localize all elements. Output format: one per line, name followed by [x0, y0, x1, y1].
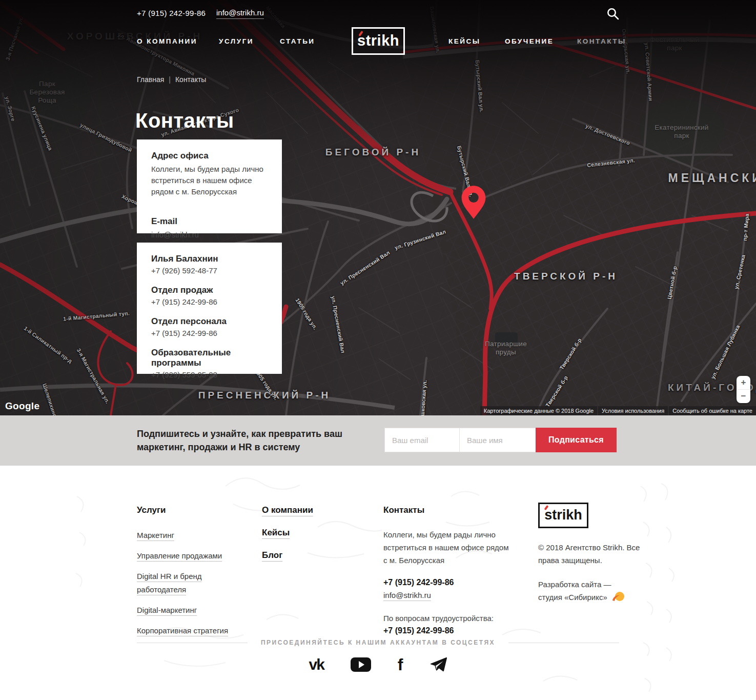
nav-item[interactable]: ОБУЧЕНИЕ: [505, 37, 554, 45]
footer-about-column: О компанииКейсыБлог: [262, 505, 313, 573]
map-attribution: Картографические данные © 2018 GoogleУсл…: [479, 406, 756, 415]
contact-phone: +7 (926) 592-48-77: [151, 266, 268, 275]
footer-link-row: Корпоративная стратегия: [137, 624, 229, 637]
social-heading: ПРИСОЕДИНЯЙТЕСЬ К НАШИМ АККАУНТАМ В СОЦС…: [261, 639, 495, 646]
footer-link-row: Digital HR и бренд работодателя: [137, 570, 229, 596]
footer-link-row: Маркетинг: [137, 529, 229, 542]
map-zoom-control: + −: [737, 376, 750, 403]
footer-services-column: Услуги МаркетингУправление продажамиDigi…: [137, 505, 229, 645]
nav-item[interactable]: КЕЙСЫ: [448, 37, 480, 45]
zoom-out-button[interactable]: −: [737, 389, 750, 403]
footer-developer: Разработка сайта — студия «Сибирикс»: [538, 578, 651, 606]
map-attribution-link[interactable]: Сообщить об ошибке на карте: [669, 406, 756, 415]
nav-item[interactable]: СТАТЬИ: [280, 37, 315, 45]
subscribe-button[interactable]: Подписаться: [536, 428, 617, 452]
logo-text: strikh: [357, 32, 399, 49]
address-card: Адрес офиса Коллеги, мы будем рады лично…: [137, 139, 282, 233]
header-phone: +7 (915) 242-99-86: [137, 9, 206, 17]
footer-hr-phone: +7 (915) 242-99-86: [383, 626, 514, 635]
footer-phone: +7 (915) 242-99-86: [383, 578, 514, 587]
footer-link[interactable]: Маркетинг: [137, 531, 174, 539]
email-heading: E-mail: [151, 216, 268, 227]
footer-link[interactable]: Digital-маркетинг: [137, 606, 197, 614]
footer-contacts-text: Коллеги, мы будем рады лично встретиться…: [383, 528, 514, 567]
breadcrumb: Главная|Контакты: [137, 75, 206, 84]
subscribe-text: Подпишитесь и узнайте, как превратить ва…: [137, 427, 347, 454]
nav-item[interactable]: КОНТАКТЫ: [577, 37, 626, 45]
telegram-icon[interactable]: [430, 655, 447, 674]
nav-item[interactable]: УСЛУГИ: [219, 37, 254, 45]
breadcrumb-item[interactable]: Главная: [137, 75, 164, 84]
phone-entry: Отдел продаж+7 (915) 242-99-86: [151, 285, 268, 306]
page-title: Контакты: [135, 109, 234, 132]
breadcrumb-item: Контакты: [175, 75, 206, 84]
facebook-icon[interactable]: f: [398, 655, 403, 674]
phone-entry: Образовательные программы+7 (929) 559-05…: [151, 348, 268, 379]
contacts-page: ХОРОШЕВСКИЙ Р-НБЕГОВОЙ Р-НМЕЩАНСКИЙТВЕРС…: [0, 0, 756, 700]
facebook-glyph: f: [398, 656, 403, 673]
address-heading: Адрес офиса: [151, 151, 268, 161]
subscribe-email-input[interactable]: [384, 428, 459, 452]
google-logo[interactable]: Google: [5, 401, 39, 412]
nav-item[interactable]: О КОМПАНИИ: [137, 37, 197, 45]
footer-link[interactable]: Digital HR и бренд работодателя: [137, 572, 202, 594]
logo[interactable]: strikh: [352, 27, 405, 55]
youtube-icon[interactable]: [351, 655, 371, 674]
map-pin-icon: [460, 185, 487, 220]
footer-services-heading: Услуги: [137, 505, 229, 515]
map-roads: [0, 0, 756, 415]
contact-phone: +7 (915) 242-99-86: [151, 297, 268, 306]
divider: [137, 643, 248, 643]
address-email: info@strikh.ru: [151, 229, 268, 241]
footer-email-link[interactable]: info@strikh.ru: [383, 591, 431, 599]
map-attribution-text: Картографические данные © 2018 Google: [480, 406, 597, 415]
footer-link-row: О компании: [262, 505, 313, 515]
contact-name: Образовательные программы: [151, 348, 268, 368]
phone-entry: Отдел персонала+7 (915) 242-99-86: [151, 316, 268, 337]
footer-link-row: Digital-маркетинг: [137, 604, 229, 617]
footer-copyright: © 2018 Агентство Strikh. Все права защищ…: [538, 541, 651, 567]
footer-link[interactable]: Кейсы: [262, 528, 290, 537]
contact-name: Отдел персонала: [151, 316, 268, 327]
sibirix-logo-icon: [611, 591, 625, 606]
contact-phone: +7 (915) 242-99-86: [151, 329, 268, 337]
footer-dev-line2[interactable]: студия «Сибирикс»: [538, 593, 607, 602]
contact-name: Отдел продаж: [151, 285, 268, 295]
breadcrumb-separator: |: [169, 75, 171, 84]
footer-contacts-column: Контакты Коллеги, мы будем рады лично вс…: [383, 505, 514, 635]
subscribe-name-input[interactable]: [459, 428, 536, 452]
divider: [508, 643, 619, 643]
map-canvas[interactable]: ХОРОШЕВСКИЙ Р-НБЕГОВОЙ Р-НМЕЩАНСКИЙТВЕРС…: [0, 0, 756, 415]
footer: Услуги МаркетингУправление продажамиDigi…: [0, 466, 756, 700]
subscribe-form: Подписаться: [384, 428, 617, 452]
footer-link[interactable]: О компании: [262, 505, 313, 515]
footer-link-row: Блог: [262, 550, 313, 561]
footer-link-row: Управление продажами: [137, 549, 229, 563]
map-attribution-link[interactable]: Условия использования: [598, 406, 668, 415]
footer-link[interactable]: Управление продажами: [137, 551, 222, 560]
contact-phone: +7 (929) 559-05-28: [151, 370, 268, 379]
search-icon[interactable]: [606, 7, 620, 21]
social-icons-row: vk f: [137, 655, 619, 674]
footer-brand-column: strikh © 2018 Агентство Strikh. Все прав…: [538, 503, 651, 606]
footer-contacts-heading: Контакты: [383, 505, 514, 515]
footer-link[interactable]: Корпоративная стратегия: [137, 626, 228, 635]
zoom-in-button[interactable]: +: [737, 376, 750, 389]
contact-name: Илья Балахнин: [151, 254, 268, 264]
vk-icon[interactable]: vk: [309, 655, 323, 674]
phone-entry: Илья Балахнин+7 (926) 592-48-77: [151, 254, 268, 275]
telegram-glyph: [430, 657, 447, 672]
address-text: Коллеги, мы будем рады лично встретиться…: [151, 164, 268, 197]
youtube-glyph: [351, 657, 371, 672]
footer-link-row: Кейсы: [262, 528, 313, 538]
footer-link[interactable]: Блог: [262, 550, 282, 560]
footer-logo: strikh: [538, 503, 588, 528]
footer-logo-text: strikh: [544, 507, 582, 523]
header-email-link[interactable]: info@strikh.ru: [216, 8, 264, 19]
social-separator: ПРИСОЕДИНЯЙТЕСЬ К НАШИМ АККАУНТАМ В СОЦС…: [137, 639, 619, 646]
footer-hr-label: По вопросам трудоустройства:: [383, 614, 514, 623]
subscribe-bar: Подпишитесь и узнайте, как превратить ва…: [0, 415, 756, 466]
phones-card: Илья Балахнин+7 (926) 592-48-77Отдел про…: [137, 243, 282, 374]
footer-dev-line1: Разработка сайта —: [538, 580, 611, 589]
vk-glyph: vk: [309, 657, 323, 672]
